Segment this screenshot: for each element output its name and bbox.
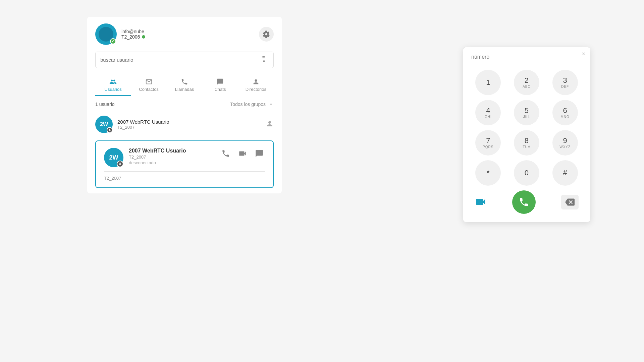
dial-key-3-num: 3 <box>563 76 567 84</box>
tab-contactos[interactable]: Contactos <box>131 75 166 96</box>
dial-key-0[interactable]: 0 <box>514 160 539 186</box>
dial-key-6-num: 6 <box>563 107 567 115</box>
tab-chats-label: Chats <box>214 87 226 92</box>
llamadas-icon <box>181 78 188 85</box>
dial-key-hash-num: # <box>563 169 567 177</box>
dial-key-4[interactable]: 4 GHI <box>475 100 501 125</box>
tab-llamadas-label: Llamadas <box>175 87 194 92</box>
extension-text: T2_2006 <box>121 34 140 40</box>
dial-key-7[interactable]: 7 PQRS <box>475 130 501 156</box>
users-filter: 1 usuario Todos los grupos <box>95 102 274 107</box>
dial-key-2[interactable]: 2 ABC <box>514 70 539 95</box>
call-green-icon <box>519 197 529 207</box>
search-input[interactable] <box>100 57 258 63</box>
tab-llamadas[interactable]: Llamadas <box>167 75 202 96</box>
popup-video-button[interactable] <box>237 148 248 160</box>
dial-panel: × 1 2 ABC 3 DEF 4 GHI 5 JKL 6 MNO <box>463 47 590 222</box>
dialpad-toggle-icon[interactable] <box>261 55 269 64</box>
user-email: info@nube <box>121 29 254 34</box>
dial-key-6-letters: MNO <box>560 115 569 119</box>
users-section: 1 usuario Todos los grupos 2W 2007 WebRT… <box>87 96 282 193</box>
popup-status: desconectado <box>129 160 215 165</box>
dial-key-2-letters: ABC <box>523 85 531 88</box>
video-icon <box>238 149 247 158</box>
backspace-icon <box>565 197 575 207</box>
tab-usuarios[interactable]: Usuarios <box>95 75 131 96</box>
tab-contactos-label: Contactos <box>139 87 159 92</box>
popup-info: 2007 WebRTC Usuario T2_2007 desconectado <box>129 148 215 165</box>
chevron-down-icon <box>268 102 274 107</box>
dial-key-9-num: 9 <box>563 137 567 145</box>
popup-tag: T2_2007 <box>104 176 265 181</box>
popup-chat-button[interactable] <box>254 148 265 160</box>
dial-key-5-letters: JKL <box>523 115 530 119</box>
group-filter[interactable]: Todos los grupos <box>230 102 274 107</box>
search-bar <box>95 52 274 68</box>
tab-chats[interactable]: Chats <box>202 75 238 96</box>
usuarios-icon <box>109 78 117 85</box>
dial-key-2-num: 2 <box>525 76 529 84</box>
main-panel: info@nube T2_2006 Usuarios <box>87 17 282 193</box>
dial-close-button[interactable]: × <box>582 51 585 58</box>
user-name: 2007 WebRTC Usuario <box>117 119 261 125</box>
dial-key-5-num: 5 <box>525 107 529 115</box>
dial-key-8-letters: TUV <box>523 145 530 149</box>
dial-actions <box>471 190 582 214</box>
dial-key-7-num: 7 <box>486 137 490 145</box>
person-icon-popup <box>118 162 122 166</box>
dial-key-7-letters: PQRS <box>483 145 493 149</box>
contactos-icon <box>145 78 153 85</box>
person-icon <box>108 128 111 132</box>
chats-icon <box>216 78 224 85</box>
dial-key-star[interactable]: * <box>475 160 501 186</box>
user-action-icon <box>266 120 274 129</box>
dial-key-8[interactable]: 8 TUV <box>514 130 539 156</box>
user-avatar-wrapper <box>95 23 117 45</box>
popup-user-row: 2W 2007 WebRTC Usuario T2_2007 desconect… <box>104 148 265 167</box>
user-badge <box>107 127 113 133</box>
video-call-icon <box>475 196 487 208</box>
user-list-item[interactable]: 2W 2007 WebRTC Usuario T2_2007 <box>95 112 274 137</box>
chat-icon <box>255 149 264 158</box>
settings-button[interactable] <box>259 27 274 42</box>
dial-key-1[interactable]: 1 <box>475 70 501 95</box>
dial-key-4-num: 4 <box>486 107 490 115</box>
tab-directorios-label: Directorios <box>246 87 266 92</box>
dial-key-star-num: * <box>487 169 490 177</box>
person-outline-icon <box>266 120 274 128</box>
tab-directorios[interactable]: Directorios <box>238 75 274 96</box>
popup-actions <box>220 148 265 160</box>
gear-icon <box>263 31 270 38</box>
dial-video-call-button[interactable] <box>475 196 487 209</box>
popup-name: 2007 WebRTC Usuario <box>129 148 215 154</box>
dial-key-1-num: 1 <box>486 78 490 86</box>
dial-key-3[interactable]: 3 DEF <box>552 70 578 95</box>
popup-avatar: 2W <box>104 148 123 167</box>
user-extension: T2_2006 <box>121 34 254 40</box>
tab-usuarios-label: Usuarios <box>105 87 122 92</box>
dial-key-9[interactable]: 9 WXYZ <box>552 130 578 156</box>
header: info@nube T2_2006 <box>87 17 282 52</box>
popup-avatar-badge <box>117 161 123 167</box>
dial-key-hash[interactable]: # <box>552 160 578 186</box>
dial-grid: 1 2 ABC 3 DEF 4 GHI 5 JKL 6 MNO 7 PQRS <box>471 70 582 186</box>
dial-key-6[interactable]: 6 MNO <box>552 100 578 125</box>
dial-key-9-letters: WXYZ <box>559 145 571 149</box>
online-dot <box>142 35 145 39</box>
user-details: 2007 WebRTC Usuario T2_2007 <box>117 119 261 130</box>
nav-tabs: Usuarios Contactos Llamadas Chats Direct <box>95 75 274 96</box>
dial-backspace-button[interactable] <box>561 195 579 209</box>
group-filter-label: Todos los grupos <box>230 102 266 107</box>
call-icon <box>221 149 230 158</box>
popup-call-button[interactable] <box>220 148 231 160</box>
users-count: 1 usuario <box>95 102 115 107</box>
dial-key-3-letters: DEF <box>561 85 569 88</box>
dial-key-4-letters: GHI <box>485 115 492 119</box>
dial-call-button[interactable] <box>512 190 536 214</box>
popup-ext: T2_2007 <box>129 155 215 160</box>
dial-key-8-num: 8 <box>525 137 529 145</box>
dial-number-input[interactable] <box>471 54 582 63</box>
popup-divider <box>104 171 265 172</box>
dial-key-5[interactable]: 5 JKL <box>514 100 539 125</box>
user-extension-label: T2_2007 <box>117 125 261 130</box>
